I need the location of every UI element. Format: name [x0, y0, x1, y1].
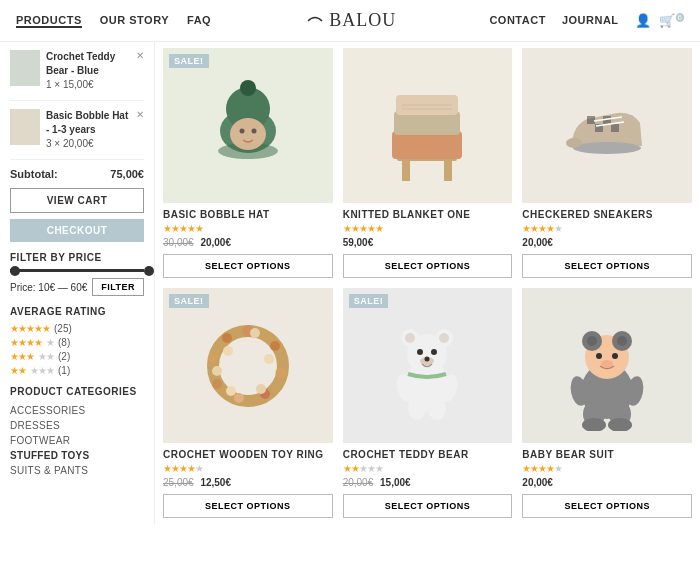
price-slider-track[interactable]	[10, 269, 144, 272]
select-options-button-1[interactable]: SELECT OPTIONS	[163, 254, 333, 278]
svg-point-31	[222, 333, 232, 343]
product-price-4: 25,00€ 12,50€	[163, 477, 333, 488]
category-stuffed-toys[interactable]: STUFFED TOYS	[10, 448, 144, 463]
svg-point-4	[230, 118, 266, 150]
sale-badge-4: SALE!	[169, 294, 209, 308]
product-price-2: 59,00€	[343, 237, 513, 248]
sale-badge-5: SALE!	[349, 294, 389, 308]
price-slider-handle-min[interactable]	[10, 266, 20, 276]
select-options-button-5[interactable]: SELECT OPTIONS	[343, 494, 513, 518]
rating-row-3[interactable]: ★★★★★ (2)	[10, 351, 144, 362]
rating-row-4[interactable]: ★★★★★ (8)	[10, 337, 144, 348]
product-card-basic-bobble-hat: SALE! BASIC BOBBLE HAT ★★★★★	[163, 48, 333, 278]
svg-point-32	[250, 328, 260, 338]
category-footwear[interactable]: FOOTWEAR	[10, 433, 144, 448]
category-dresses[interactable]: DRESSES	[10, 418, 144, 433]
product-image-crochet-wooden: SALE!	[163, 288, 333, 443]
svg-point-2	[240, 80, 256, 96]
price-slider-fill	[10, 269, 144, 272]
svg-rect-15	[587, 116, 595, 124]
svg-rect-8	[402, 161, 410, 181]
svg-point-34	[256, 384, 266, 394]
svg-point-37	[223, 346, 233, 356]
nav-products[interactable]: PRODUCTS	[16, 14, 82, 28]
svg-point-44	[417, 349, 423, 355]
cart-thumb-2	[10, 109, 40, 145]
rating-row-2[interactable]: ★★★★★ (1)	[10, 365, 144, 376]
cart-thumb-1	[10, 50, 40, 86]
price-slider-handle-max[interactable]	[144, 266, 154, 276]
product-categories-section: PRODUCT CATEGORIES ACCESSORIES DRESSES F…	[10, 386, 144, 478]
nav-contact[interactable]: CONTACT	[489, 14, 545, 26]
product-stars-6: ★★★★★	[522, 463, 692, 474]
select-options-button-2[interactable]: SELECT OPTIONS	[343, 254, 513, 278]
nav-our-story[interactable]: OUR STORY	[100, 14, 169, 28]
product-stars-3: ★★★★★	[522, 223, 692, 234]
product-stars-2: ★★★★★	[343, 223, 513, 234]
cart-remove-1[interactable]: ✕	[136, 50, 144, 61]
sidebar: Crochet Teddy Bear - Blue 1 × 15,00€ ✕ B…	[0, 42, 155, 524]
product-area: SALE! BASIC BOBBLE HAT ★★★★★	[155, 42, 700, 524]
nav-faq[interactable]: FAQ	[187, 14, 211, 28]
select-options-button-3[interactable]: SELECT OPTIONS	[522, 254, 692, 278]
product-card-knitted-blanket: KNITTED BLANKET ONE ★★★★★ 59,00€ SELECT …	[343, 48, 513, 278]
nav-left: PRODUCTS OUR STORY FAQ	[16, 14, 211, 28]
rating-row-5[interactable]: ★★★★★ (25)	[10, 323, 144, 334]
svg-point-19	[573, 142, 641, 154]
svg-point-50	[408, 396, 426, 420]
sale-badge-1: SALE!	[169, 54, 209, 68]
user-icon[interactable]: 👤	[635, 13, 651, 28]
svg-point-45	[431, 349, 437, 355]
svg-point-47	[425, 356, 430, 361]
product-card-crochet-wooden-toy-ring: SALE!	[163, 288, 333, 518]
svg-point-30	[208, 353, 218, 363]
logo[interactable]: BALOU	[304, 10, 396, 31]
checkout-button[interactable]: CHECKOUT	[10, 219, 144, 242]
product-image-crochet-teddy: SALE!	[343, 288, 513, 443]
category-list: ACCESSORIES DRESSES FOOTWEAR STUFFED TOY…	[10, 403, 144, 478]
product-stars-5: ★★★★★	[343, 463, 513, 474]
nav-journal[interactable]: JOURNAL	[562, 14, 619, 26]
filter-price-section: FILTER BY PRICE Price: 10€ — 60€ FILTER	[10, 252, 144, 296]
price-label-row: Price: 10€ — 60€ FILTER	[10, 278, 144, 296]
header-icons: 👤 🛒6	[635, 13, 684, 28]
product-price-3: 20,00€	[522, 237, 692, 248]
product-price-5: 20,00€ 15,00€	[343, 477, 513, 488]
svg-point-26	[275, 367, 286, 378]
subtotal-row: Subtotal: 75,00€	[10, 168, 144, 180]
svg-rect-18	[611, 124, 619, 132]
cart-info-1: Crochet Teddy Bear - Blue 1 × 15,00€	[46, 50, 130, 92]
product-stars-4: ★★★★★	[163, 463, 333, 474]
svg-point-35	[226, 386, 236, 396]
product-card-checkered-sneakers: CHECKERED SNEAKERS ★★★★★ 20,00€ SELECT O…	[522, 48, 692, 278]
product-image-baby-bear	[522, 288, 692, 443]
product-stars-1: ★★★★★	[163, 223, 333, 234]
header: PRODUCTS OUR STORY FAQ BALOU CONTACT JOU…	[0, 0, 700, 42]
product-image-basic-bobble-hat: SALE!	[163, 48, 333, 203]
svg-point-28	[234, 393, 244, 403]
cart-remove-2[interactable]: ✕	[136, 109, 144, 120]
category-suits-pants[interactable]: SUITS & PANTS	[10, 463, 144, 478]
product-image-knitted-blanket	[343, 48, 513, 203]
category-accessories[interactable]: ACCESSORIES	[10, 403, 144, 418]
svg-point-58	[596, 353, 602, 359]
product-card-baby-bear-suit: BABY BEAR SUIT ★★★★★ 20,00€ SELECT OPTIO…	[522, 288, 692, 518]
select-options-button-6[interactable]: SELECT OPTIONS	[522, 494, 692, 518]
cart-item-2: Basic Bobble Hat - 1-3 years 3 × 20,00€ …	[10, 109, 144, 160]
filter-button[interactable]: FILTER	[92, 278, 144, 296]
product-card-crochet-teddy-bear: SALE!	[343, 288, 513, 518]
view-cart-button[interactable]: VIEW CART	[10, 188, 144, 213]
cart-icon[interactable]: 🛒6	[659, 13, 684, 28]
svg-point-51	[428, 396, 446, 420]
svg-point-36	[212, 366, 222, 376]
svg-rect-10	[392, 131, 462, 159]
svg-point-42	[405, 333, 415, 343]
svg-point-29	[212, 379, 222, 389]
select-options-button-4[interactable]: SELECT OPTIONS	[163, 494, 333, 518]
svg-point-56	[587, 336, 597, 346]
average-rating-section: AVERAGE RATING ★★★★★ (25) ★★★★★ (8) ★★★★…	[10, 306, 144, 376]
svg-point-43	[439, 333, 449, 343]
svg-point-5	[239, 128, 244, 133]
svg-point-22	[566, 138, 582, 148]
svg-rect-9	[444, 161, 452, 181]
